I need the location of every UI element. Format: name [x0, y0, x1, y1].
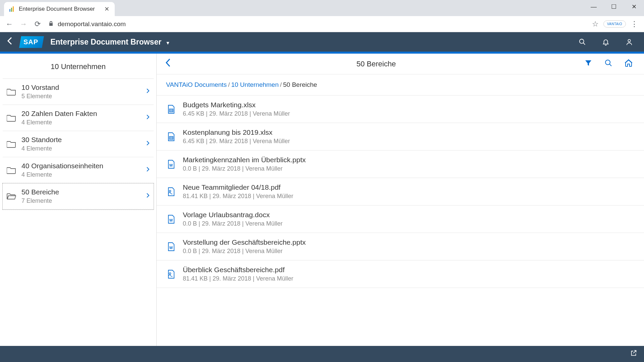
browser-tab[interactable]: Enterprise Document Browser ✕ — [4, 2, 115, 16]
file-type-pdf-icon — [166, 269, 176, 279]
file-name: Vorstellung der Geschäftsbereiche.pptx — [183, 238, 635, 246]
url-text: demoportal.vantaio.com — [58, 20, 126, 28]
svg-rect-2 — [13, 6, 14, 12]
window-minimize-button[interactable]: — — [584, 0, 604, 13]
folder-icon — [7, 88, 16, 96]
breadcrumb-separator: / — [228, 81, 230, 88]
file-meta: 6.45 KB | 29. März 2018 | Verena Müller — [183, 110, 635, 117]
share-icon[interactable] — [630, 349, 637, 359]
file-item[interactable]: Neue Teammitglieder 04/18.pdf 81.41 KB |… — [157, 178, 644, 205]
folder-count: 4 Elemente — [21, 119, 141, 126]
breadcrumb-link[interactable]: VANTAiO Documents — [166, 81, 227, 88]
breadcrumb-current: 50 Bereiche — [283, 81, 317, 88]
file-type-xlsx-icon — [166, 132, 176, 142]
file-text: Kostenplanung bis 2019.xlsx 6.45 KB | 29… — [183, 128, 635, 145]
browser-toolbar: ← → ⟳ demoportal.vantaio.com ☆ VANTAiO ⋮ — [0, 16, 644, 32]
filter-icon[interactable] — [581, 59, 596, 69]
sidebar-folder-item[interactable]: 30 Standorte 4 Elemente — [3, 131, 154, 157]
address-bar[interactable]: demoportal.vantaio.com — [48, 20, 589, 28]
search-icon[interactable] — [601, 59, 616, 69]
file-text: Vorlage Urlaubsantrag.docx 0.0 B | 29. M… — [183, 211, 635, 227]
breadcrumb-link[interactable]: 10 Unternehmen — [231, 81, 279, 88]
shell-back-button[interactable] — [7, 36, 13, 48]
file-item[interactable]: Vorstellung der Geschäftsbereiche.pptx 0… — [157, 233, 644, 260]
browser-reload-button[interactable]: ⟳ — [32, 19, 43, 29]
folder-text: 50 Bereiche 7 Elemente — [21, 188, 141, 204]
folder-name: 50 Bereiche — [21, 188, 141, 196]
folder-count: 4 Elemente — [21, 145, 141, 152]
file-text: Vorstellung der Geschäftsbereiche.pptx 0… — [183, 238, 635, 255]
browser-chrome: Enterprise Document Browser ✕ — ☐ ✕ ← → … — [0, 0, 644, 32]
tab-close-icon[interactable]: ✕ — [104, 5, 109, 13]
file-meta: 0.0 B | 29. März 2018 | Verena Müller — [183, 220, 635, 227]
main-back-button[interactable] — [165, 58, 171, 70]
folder-name: 20 Zahlen Daten Fakten — [21, 110, 141, 118]
file-meta: 0.0 B | 29. März 2018 | Verena Müller — [183, 165, 635, 172]
chevron-down-icon: ▼ — [166, 40, 170, 46]
svg-point-6 — [605, 60, 610, 65]
sidebar-header: 10 Unternehmen — [3, 55, 154, 79]
sidebar: 10 Unternehmen 10 Vorstand 5 Elemente 20… — [0, 54, 157, 346]
breadcrumb-separator: / — [280, 81, 282, 88]
folder-name: 30 Standorte — [21, 136, 141, 144]
shell-notifications-icon[interactable] — [598, 34, 614, 50]
file-name: Vorlage Urlaubsantrag.docx — [183, 211, 635, 219]
file-item[interactable]: Kostenplanung bis 2019.xlsx 6.45 KB | 29… — [157, 123, 644, 150]
content-area: 10 Unternehmen 10 Vorstand 5 Elemente 20… — [0, 54, 644, 346]
file-name: Budgets Marketing.xlsx — [183, 101, 635, 109]
svg-point-5 — [628, 40, 630, 42]
sap-logo[interactable]: SAP — [19, 36, 44, 48]
main-title: 50 Bereiche — [177, 60, 576, 68]
browser-titlebar: Enterprise Document Browser ✕ — ☐ ✕ — [0, 0, 644, 16]
file-text: Marketingkennzahlen im Überblick.pptx 0.… — [183, 156, 635, 172]
file-type-pptx-icon — [166, 159, 176, 169]
file-meta: 81.41 KB | 29. März 2018 | Verena Müller — [183, 275, 635, 282]
svg-line-7 — [609, 64, 611, 66]
tab-favicon — [9, 6, 15, 12]
main-header: 50 Bereiche — [157, 54, 644, 74]
window-close-button[interactable]: ✕ — [624, 0, 644, 13]
file-text: Neue Teammitglieder 04/18.pdf 81.41 KB |… — [183, 183, 635, 200]
lock-icon — [48, 21, 54, 27]
file-name: Kostenplanung bis 2019.xlsx — [183, 128, 635, 136]
chevron-right-icon — [146, 140, 150, 147]
folder-text: 40 Organisationseinheiten 4 Elemente — [21, 162, 141, 178]
footer — [0, 346, 644, 362]
file-name: Marketingkennzahlen im Überblick.pptx — [183, 156, 635, 164]
folder-open-icon — [7, 193, 16, 200]
browser-back-button[interactable]: ← — [4, 19, 15, 29]
breadcrumb: VANTAiO Documents/10 Unternehmen/50 Bere… — [157, 74, 644, 96]
folder-count: 5 Elemente — [21, 93, 141, 100]
shell-title[interactable]: Enterprise Document Browser ▼ — [50, 38, 170, 47]
file-name: Neue Teammitglieder 04/18.pdf — [183, 183, 635, 191]
folder-text: 30 Standorte 4 Elemente — [21, 136, 141, 152]
vantaio-extension-badge[interactable]: VANTAiO — [603, 20, 626, 27]
sidebar-folder-item[interactable]: 20 Zahlen Daten Fakten 4 Elemente — [3, 105, 154, 131]
shell-header: SAP Enterprise Document Browser ▼ — [0, 32, 644, 52]
file-item[interactable]: Budgets Marketing.xlsx 6.45 KB | 29. Mär… — [157, 96, 644, 123]
shell-search-icon[interactable] — [574, 34, 590, 50]
browser-forward-button[interactable]: → — [18, 19, 29, 29]
bookmark-star-icon[interactable]: ☆ — [592, 20, 599, 28]
folder-icon — [7, 140, 16, 148]
sidebar-folder-item[interactable]: 10 Vorstand 5 Elemente — [3, 79, 154, 105]
browser-menu-icon[interactable]: ⋮ — [631, 20, 638, 28]
file-item[interactable]: Marketingkennzahlen im Überblick.pptx 0.… — [157, 150, 644, 178]
window-controls: — ☐ ✕ — [584, 0, 644, 13]
file-item[interactable]: Vorlage Urlaubsantrag.docx 0.0 B | 29. M… — [157, 205, 644, 233]
svg-rect-0 — [9, 9, 10, 12]
file-item[interactable]: Überblick Geschäftsbereiche.pdf 81.41 KB… — [157, 260, 644, 288]
toolbar-right: ☆ VANTAiO ⋮ — [592, 20, 638, 28]
home-icon[interactable] — [621, 59, 636, 69]
shell-title-text: Enterprise Document Browser — [50, 38, 161, 46]
sidebar-folder-item[interactable]: 40 Organisationseinheiten 4 Elemente — [3, 157, 154, 183]
sidebar-folder-item[interactable]: 50 Bereiche 7 Elemente — [3, 183, 154, 209]
folder-text: 10 Vorstand 5 Elemente — [21, 83, 141, 100]
file-type-xlsx-icon — [166, 104, 176, 114]
file-type-pdf-icon — [166, 187, 176, 197]
folder-count: 4 Elemente — [21, 171, 141, 178]
svg-point-3 — [580, 39, 584, 44]
shell-user-icon[interactable] — [621, 34, 637, 50]
chevron-right-icon — [146, 167, 150, 174]
window-maximize-button[interactable]: ☐ — [604, 0, 624, 13]
